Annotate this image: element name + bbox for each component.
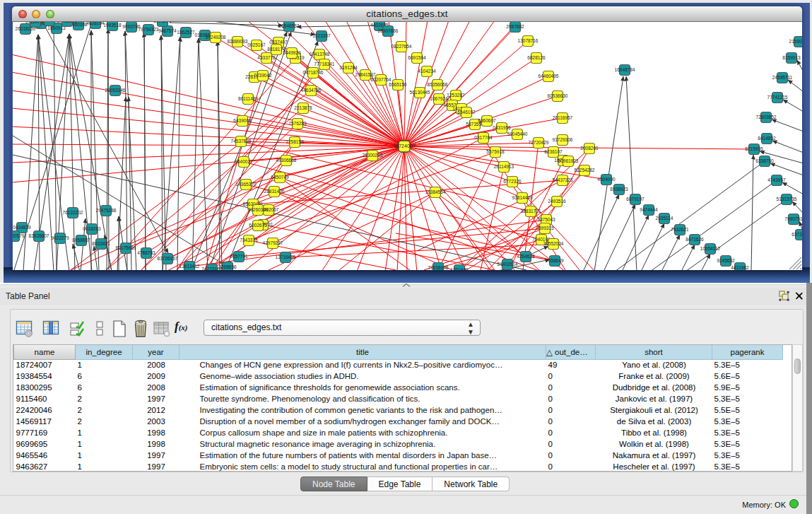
svg-text:72720429: 72720429: [529, 140, 549, 145]
svg-text:77741215: 77741215: [767, 95, 788, 100]
svg-text:1311440: 1311440: [451, 267, 469, 270]
svg-text:72803852: 72803852: [756, 115, 777, 119]
svg-text:97465075: 97465075: [57, 22, 78, 23]
svg-text:0018263: 0018263: [83, 226, 101, 231]
svg-text:6002675: 6002675: [249, 223, 267, 228]
svg-text:4743957: 4743957: [767, 177, 786, 182]
svg-text:7990751: 7990751: [784, 216, 802, 221]
svg-text:5449920: 5449920: [283, 50, 301, 55]
svg-text:60207764: 60207764: [371, 77, 392, 82]
svg-text:10654112: 10654112: [700, 246, 721, 251]
svg-text:8033401: 8033401: [92, 241, 110, 246]
svg-text:82254282: 82254282: [575, 168, 595, 173]
svg-text:25300203: 25300203: [363, 153, 383, 158]
svg-text:80175989: 80175989: [116, 245, 136, 250]
svg-text:3268656: 3268656: [218, 264, 237, 269]
svg-text:6546107: 6546107: [457, 110, 476, 115]
svg-text:4431982: 4431982: [731, 265, 749, 270]
svg-text:6565150: 6565150: [389, 82, 407, 87]
svg-text:26114913: 26114913: [494, 164, 514, 169]
svg-text:8471626: 8471626: [686, 237, 704, 242]
svg-text:29975288: 29975288: [96, 208, 117, 213]
svg-text:2008261: 2008261: [580, 146, 599, 151]
svg-text:6439008: 6439008: [233, 118, 252, 123]
svg-text:18724007: 18724007: [393, 144, 415, 148]
svg-text:1258153: 1258153: [286, 139, 304, 144]
svg-text:85356068: 85356068: [428, 82, 448, 87]
svg-text:28831436: 28831436: [264, 189, 285, 194]
svg-text:8938923: 8938923: [610, 187, 628, 192]
svg-text:07413748: 07413748: [310, 52, 330, 57]
svg-text:6691564: 6691564: [408, 55, 426, 60]
svg-text:57249208: 57249208: [206, 35, 226, 40]
svg-text:83726167: 83726167: [158, 256, 178, 261]
svg-text:6236107: 6236107: [544, 149, 563, 154]
svg-text:2087682: 2087682: [506, 24, 524, 29]
svg-text:13078716: 13078716: [518, 38, 539, 43]
svg-text:8159013: 8159013: [782, 55, 801, 60]
svg-text:77718341: 77718341: [314, 62, 335, 66]
svg-text:19384554: 19384554: [425, 189, 446, 194]
svg-text:6879197: 6879197: [626, 197, 645, 201]
svg-text:7632621: 7632621: [671, 227, 689, 232]
svg-text:5575918: 5575918: [486, 149, 505, 154]
svg-text:7576283: 7576283: [288, 121, 307, 126]
svg-text:7058649: 7058649: [546, 258, 564, 263]
svg-text:29053346: 29053346: [105, 88, 126, 93]
svg-text:64460495: 64460495: [539, 74, 559, 78]
svg-text:44634786: 44634786: [301, 88, 322, 93]
svg-text:4504000: 4504000: [597, 177, 616, 182]
svg-text:6450749: 6450749: [271, 175, 289, 180]
svg-text:93814449: 93814449: [512, 195, 533, 200]
svg-text:6828126: 6828126: [527, 55, 546, 60]
svg-text:9657791: 9657791: [230, 254, 248, 259]
svg-text:9170342: 9170342: [40, 22, 59, 23]
svg-text:1067924: 1067924: [430, 96, 448, 101]
svg-text:54437323: 54437323: [553, 177, 573, 182]
svg-text:04718746: 04718746: [303, 70, 324, 75]
svg-text:0025167: 0025167: [247, 42, 266, 47]
svg-text:24595711: 24595711: [772, 75, 793, 80]
svg-text:1862527: 1862527: [177, 30, 195, 35]
svg-text:14365370: 14365370: [236, 182, 257, 187]
svg-text:51402614: 51402614: [498, 262, 518, 267]
svg-text:0317764: 0317764: [474, 135, 493, 140]
svg-text:1253287: 1253287: [447, 93, 465, 98]
svg-text:0640037: 0640037: [235, 159, 253, 164]
svg-text:29841537: 29841537: [355, 72, 376, 77]
svg-text:21590109: 21590109: [789, 39, 802, 44]
svg-text:41979237: 41979237: [263, 240, 283, 245]
svg-text:6772326: 6772326: [503, 179, 522, 184]
svg-text:2213878: 2213878: [294, 105, 312, 110]
svg-text:09260309: 09260309: [248, 207, 269, 212]
svg-text:9245652: 9245652: [717, 258, 735, 263]
svg-text:3191284: 3191284: [339, 65, 358, 70]
svg-text:82828807: 82828807: [29, 233, 49, 238]
svg-text:0239042: 0239042: [254, 73, 272, 78]
svg-text:0431955: 0431955: [493, 125, 511, 130]
svg-text:79754323: 79754323: [139, 27, 159, 32]
svg-text:56130445: 56130445: [410, 90, 430, 95]
svg-text:8414852: 8414852: [758, 136, 776, 141]
svg-text:8058887: 8058887: [72, 238, 90, 243]
svg-text:49306668: 49306668: [276, 158, 297, 163]
svg-text:7375043: 7375043: [537, 217, 555, 222]
svg-text:48620579: 48620579: [13, 233, 25, 238]
svg-text:70658948: 70658948: [428, 265, 449, 270]
svg-text:4264628: 4264628: [517, 254, 535, 259]
svg-text:2935114: 2935114: [656, 216, 673, 221]
svg-text:7343373: 7343373: [240, 238, 258, 243]
svg-text:28907866: 28907866: [378, 28, 399, 33]
svg-text:9487574: 9487574: [158, 28, 177, 33]
svg-text:4333776: 4333776: [257, 55, 276, 60]
svg-text:38831701: 38831701: [521, 209, 541, 214]
svg-text:9022279: 9022279: [51, 235, 69, 240]
svg-text:59045440: 59045440: [507, 132, 528, 136]
svg-text:6671276: 6671276: [153, 22, 172, 23]
svg-text:26116957: 26116957: [553, 115, 573, 120]
svg-text:13613412: 13613412: [180, 264, 200, 269]
svg-text:0399315: 0399315: [536, 226, 554, 230]
svg-text:2493516: 2493516: [548, 199, 566, 204]
svg-text:1993518: 1993518: [103, 23, 122, 28]
svg-text:08227654: 08227654: [392, 44, 412, 49]
